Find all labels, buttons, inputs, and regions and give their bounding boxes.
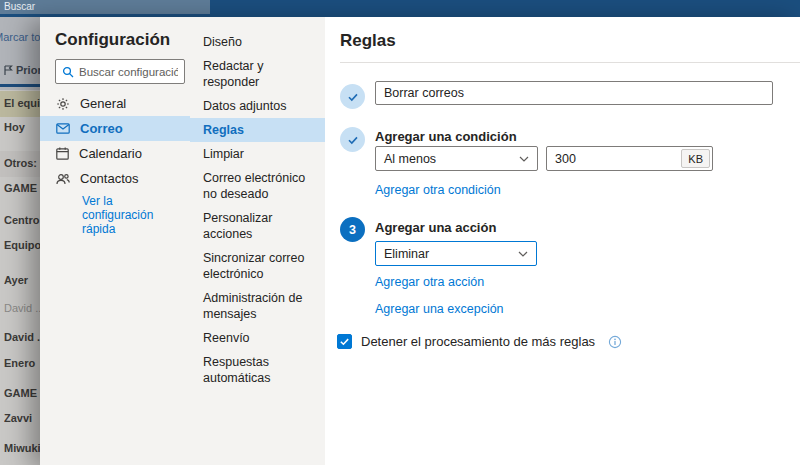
mail-list-item[interactable]: GAME: [4, 182, 40, 194]
action-section-label: Agregar una acción: [375, 220, 496, 235]
mail-list-item[interactable]: David ...: [4, 331, 40, 343]
condition-size-input[interactable]: [547, 147, 677, 170]
dropdown-value: Eliminar: [384, 247, 429, 261]
add-exception-link[interactable]: Agregar una excepción: [375, 302, 504, 316]
section-item-redactar[interactable]: Redactar y responder: [190, 54, 325, 94]
size-unit-chip: KB: [681, 149, 710, 168]
section-item-administracion-mensajes[interactable]: Administración de mensajes: [190, 286, 325, 326]
section-item-reglas[interactable]: Reglas: [190, 118, 325, 142]
rule-name-input[interactable]: [375, 81, 773, 105]
chevron-down-icon: [519, 156, 529, 162]
settings-search-box[interactable]: [55, 59, 185, 84]
mail-list-item[interactable]: Enero: [4, 357, 40, 369]
gear-icon: [56, 97, 70, 111]
settings-search-input[interactable]: [79, 66, 178, 78]
page-title: Reglas: [340, 31, 396, 51]
mail-list-item[interactable]: Miwuki: [4, 442, 40, 454]
mail-list-item[interactable]: Zavvi: [4, 412, 40, 424]
divider: [340, 62, 800, 63]
step1-done-indicator: [340, 84, 365, 109]
stop-processing-label: Detener el procesamiento de más reglas: [361, 334, 595, 349]
mail-list-item[interactable]: El equipo: [4, 97, 40, 109]
check-icon: [347, 91, 359, 103]
section-item-respuestas-automaticas[interactable]: Respuestas automáticas: [190, 350, 325, 390]
stop-processing-row: Detener el procesamiento de más reglas: [337, 334, 622, 349]
mail-list-background: Marcar todo Prioritarios El equipo Hoy O…: [0, 17, 40, 465]
tab-prioritarios[interactable]: Prioritarios: [3, 62, 40, 78]
sidebar-item-correo[interactable]: Correo: [40, 116, 190, 141]
mail-settings-sections-panel: Diseño Redactar y responder Datos adjunt…: [190, 17, 325, 465]
section-item-limpiar[interactable]: Limpiar: [190, 142, 325, 166]
section-item-datos-adjuntos[interactable]: Datos adjuntos: [190, 94, 325, 118]
dropdown-value: Al menos: [384, 152, 436, 166]
sidebar-item-calendario[interactable]: Calendario: [40, 141, 190, 166]
settings-nav-panel: Configuración General: [40, 17, 190, 465]
step3-number-indicator: 3: [340, 217, 365, 242]
selected-tab-underline: [0, 84, 40, 87]
rules-content-panel: Reglas Agregar una condición: [325, 17, 800, 465]
sidebar-item-general[interactable]: General: [40, 91, 190, 116]
settings-dialog: Configuración General: [40, 17, 800, 465]
mail-list-item[interactable]: Equipo c: [4, 239, 40, 251]
flag-icon: [3, 65, 13, 76]
sidebar-item-contactos[interactable]: Contactos: [40, 166, 190, 191]
mail-list-header-area: [0, 17, 40, 90]
add-action-link[interactable]: Agregar otra acción: [375, 275, 484, 289]
section-item-personalizar-acciones[interactable]: Personalizar acciones: [190, 206, 325, 246]
mail-group-header: Hoy: [4, 121, 40, 133]
envelope-icon: [56, 123, 70, 134]
condition-size-field[interactable]: KB: [546, 146, 713, 171]
mail-list-item[interactable]: Centro d: [4, 214, 40, 226]
step2-done-indicator: [340, 127, 365, 152]
section-item-diseno[interactable]: Diseño: [190, 30, 325, 54]
sidebar-item-label: Correo: [80, 121, 123, 136]
section-item-correo-no-deseado[interactable]: Correo electrónico no deseado: [190, 166, 325, 206]
calendar-icon: [56, 147, 69, 160]
mail-group-header: Ayer: [4, 274, 40, 286]
sidebar-item-label: Calendario: [79, 146, 142, 161]
sidebar-item-label: Contactos: [80, 171, 139, 186]
condition-operator-dropdown[interactable]: Al menos: [375, 146, 538, 171]
app-top-bar: Buscar: [0, 0, 800, 17]
chevron-down-icon: [518, 251, 528, 257]
action-dropdown[interactable]: Eliminar: [375, 241, 537, 266]
info-circle-icon[interactable]: [608, 335, 622, 349]
mark-all-link[interactable]: Marcar todo: [0, 31, 40, 43]
add-condition-link[interactable]: Agregar otra condición: [375, 183, 501, 197]
stop-processing-checkbox[interactable]: [337, 334, 352, 349]
global-search-field[interactable]: Buscar: [0, 0, 210, 14]
section-item-sincronizar[interactable]: Sincronizar correo electrónico: [190, 246, 325, 286]
sidebar-item-label: General: [80, 96, 126, 111]
check-icon: [347, 134, 359, 146]
settings-title: Configuración: [55, 30, 170, 50]
mail-list-item[interactable]: GAME: [4, 387, 40, 399]
magnifier-icon: [62, 66, 74, 78]
section-item-reenvio[interactable]: Reenvío: [190, 326, 325, 350]
mail-list-item[interactable]: David ...: [4, 302, 40, 314]
sections-list: Diseño Redactar y responder Datos adjunt…: [190, 30, 325, 390]
condition-section-label: Agregar una condición: [375, 129, 517, 144]
mail-group-header[interactable]: Otros: nu: [4, 157, 40, 169]
quick-settings-link[interactable]: Ver la configuración rápida: [82, 194, 182, 236]
tab-label: Prioritarios: [16, 64, 40, 76]
people-icon: [56, 173, 70, 185]
outlook-settings-screen: Buscar Marcar todo Prioritarios El equip…: [0, 0, 800, 465]
